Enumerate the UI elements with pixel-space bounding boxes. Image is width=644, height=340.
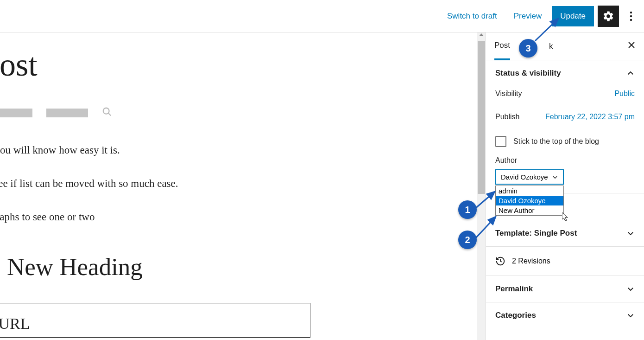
settings-sidebar: Post k Status & visibility Visibility Pu…: [486, 32, 644, 340]
close-icon: [627, 41, 636, 49]
svg-point-0: [630, 11, 632, 13]
history-icon: [495, 256, 505, 266]
annotation-badge-3: 3: [519, 39, 537, 58]
mouse-cursor-icon: [562, 212, 569, 222]
stick-to-top-row[interactable]: Stick to the top of the blog: [495, 136, 635, 147]
tab-post[interactable]: Post: [494, 32, 510, 60]
placeholder-bar: [46, 109, 88, 117]
visibility-label: Visibility: [495, 90, 522, 98]
author-select[interactable]: David Ozokoye admin David Ozokoye New Au…: [495, 169, 564, 185]
kebab-menu-icon: [630, 11, 632, 22]
publish-label: Publish: [495, 113, 519, 121]
categories-title: Categories: [495, 311, 536, 320]
permalink-title: Permalink: [495, 284, 533, 294]
status-visibility-toggle[interactable]: Status & visibility: [495, 69, 635, 78]
close-sidebar-button[interactable]: [627, 41, 636, 51]
svg-point-2: [630, 19, 632, 20]
settings-button[interactable]: [598, 6, 619, 27]
paragraph-text[interactable]: it you will know how easy it is.: [0, 143, 486, 158]
chevron-down-icon: [626, 229, 635, 237]
categories-panel[interactable]: Categories: [486, 302, 644, 328]
visibility-value[interactable]: Public: [614, 90, 635, 98]
embed-heading: d URL: [0, 315, 301, 333]
author-selected-value: David Ozokoye: [501, 173, 548, 181]
search-icon[interactable]: [102, 107, 112, 119]
svg-point-3: [103, 108, 109, 114]
scrollbar[interactable]: [477, 32, 486, 340]
sidebar-tabs: Post k: [486, 32, 644, 60]
update-button[interactable]: Update: [552, 6, 594, 26]
paragraph-text[interactable]: agraphs to see one or two: [0, 210, 486, 225]
preview-link[interactable]: Preview: [507, 7, 548, 26]
svg-marker-13: [562, 212, 568, 221]
scrollbar-thumb[interactable]: [478, 41, 485, 194]
stick-checkbox[interactable]: [495, 136, 506, 147]
svg-point-1: [630, 15, 632, 17]
author-option-new[interactable]: New Author: [496, 205, 563, 215]
author-dropdown-menu: admin David Ozokoye New Author: [495, 186, 564, 216]
template-panel-title: Template: Single Post: [495, 229, 577, 238]
placeholder-bar: [0, 109, 32, 117]
post-title[interactable]: Post: [0, 46, 486, 83]
template-panel[interactable]: Template: Single Post: [486, 220, 644, 247]
chevron-up-icon: [626, 69, 635, 77]
panel-title: Status & visibility: [495, 69, 561, 78]
placeholder-row: [0, 107, 486, 119]
permalink-panel[interactable]: Permalink: [486, 276, 644, 302]
annotation-badge-1: 1: [458, 200, 477, 219]
author-option-david[interactable]: David Ozokoye: [496, 196, 563, 205]
heading-block[interactable]: New Heading: [7, 253, 486, 281]
author-option-admin[interactable]: admin: [496, 186, 563, 196]
stick-label: Stick to the top of the blog: [513, 137, 599, 146]
editor-area: Post it you will know how easy it is. o …: [0, 32, 486, 340]
chevron-down-icon: [552, 174, 558, 180]
embed-block[interactable]: d URL: [0, 303, 310, 338]
gear-icon: [602, 10, 614, 22]
top-bar: Switch to draft Preview Update: [0, 0, 644, 32]
scrollbar-up-arrow-icon: [479, 33, 484, 36]
paragraph-text[interactable]: o see if list can be moved with so much …: [0, 176, 486, 191]
svg-line-4: [108, 113, 111, 116]
annotation-badge-2: 2: [458, 231, 477, 249]
chevron-down-icon: [626, 285, 635, 293]
tab-block[interactable]: k: [549, 33, 553, 59]
revisions-label: 2 Revisions: [512, 257, 550, 265]
revisions-row[interactable]: 2 Revisions: [486, 247, 644, 276]
more-options-button[interactable]: [623, 6, 639, 27]
switch-to-draft-link[interactable]: Switch to draft: [441, 7, 504, 26]
status-visibility-panel: Status & visibility Visibility Public Pu…: [486, 60, 644, 193]
chevron-down-icon: [626, 311, 635, 320]
publish-date-value[interactable]: February 22, 2022 3:57 pm: [545, 113, 635, 121]
author-label: Author: [495, 156, 635, 165]
